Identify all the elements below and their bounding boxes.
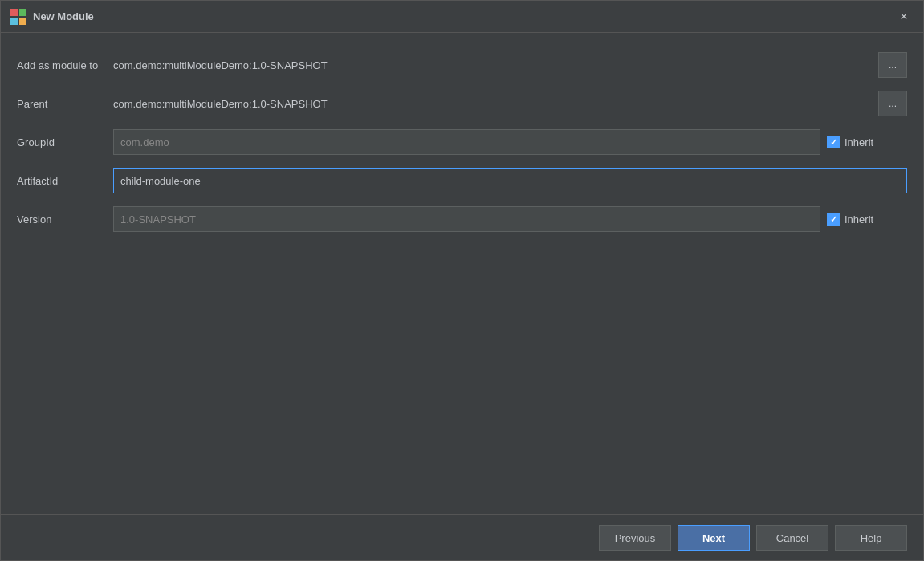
artifact-id-input-container bbox=[113, 168, 907, 193]
parent-label: Parent bbox=[17, 98, 113, 110]
module-icon bbox=[10, 9, 26, 25]
add-as-module-row: Add as module to com.demo:multiModuleDem… bbox=[17, 49, 907, 81]
add-as-module-label: Add as module to bbox=[17, 59, 113, 71]
version-input-container: Inherit bbox=[113, 206, 907, 232]
svg-rect-2 bbox=[10, 18, 18, 25]
version-inherit-label: Inherit bbox=[845, 213, 873, 226]
group-id-inherit-checkbox[interactable] bbox=[827, 136, 840, 148]
group-id-inherit-container: Inherit bbox=[827, 136, 907, 148]
artifact-id-row: ArtifactId bbox=[17, 165, 907, 197]
next-button[interactable]: Next bbox=[678, 525, 750, 551]
title-bar-left: New Module bbox=[10, 9, 94, 25]
version-inherit-checkbox[interactable] bbox=[827, 213, 840, 226]
artifact-id-input[interactable] bbox=[113, 168, 907, 193]
group-id-input[interactable] bbox=[113, 129, 820, 155]
svg-rect-3 bbox=[19, 18, 26, 25]
group-id-input-container: Inherit bbox=[113, 129, 907, 155]
add-as-module-value: com.demo:multiModuleDemo:1.0-SNAPSHOT bbox=[113, 59, 872, 71]
cancel-button[interactable]: Cancel bbox=[756, 525, 828, 551]
add-as-module-browse-button[interactable]: ... bbox=[878, 52, 907, 78]
group-id-inherit-label: Inherit bbox=[845, 136, 873, 148]
new-module-dialog: New Module × Add as module to com.demo:m… bbox=[0, 0, 924, 561]
svg-rect-0 bbox=[10, 9, 18, 16]
svg-rect-1 bbox=[19, 9, 26, 16]
dialog-title: New Module bbox=[33, 10, 94, 22]
form-section: Add as module to com.demo:multiModuleDem… bbox=[17, 49, 907, 242]
parent-browse-button[interactable]: ... bbox=[878, 91, 907, 116]
add-as-module-input-container: com.demo:multiModuleDemo:1.0-SNAPSHOT ..… bbox=[113, 52, 907, 78]
help-button[interactable]: Help bbox=[835, 525, 907, 551]
dialog-body: Add as module to com.demo:multiModuleDem… bbox=[1, 33, 923, 514]
body-spacer bbox=[17, 242, 907, 502]
version-inherit-container: Inherit bbox=[827, 213, 907, 226]
version-input[interactable] bbox=[113, 206, 820, 232]
artifact-id-label: ArtifactId bbox=[17, 175, 113, 187]
footer: Previous Next Cancel Help bbox=[1, 514, 923, 560]
version-label: Version bbox=[17, 213, 113, 226]
version-row: Version Inherit bbox=[17, 203, 907, 235]
parent-value: com.demo:multiModuleDemo:1.0-SNAPSHOT bbox=[113, 98, 872, 110]
title-bar: New Module × bbox=[1, 1, 923, 33]
parent-row: Parent com.demo:multiModuleDemo:1.0-SNAP… bbox=[17, 87, 907, 120]
previous-button[interactable]: Previous bbox=[599, 525, 671, 551]
group-id-row: GroupId Inherit bbox=[17, 126, 907, 158]
parent-input-container: com.demo:multiModuleDemo:1.0-SNAPSHOT ..… bbox=[113, 91, 907, 116]
close-button[interactable]: × bbox=[894, 7, 914, 26]
group-id-label: GroupId bbox=[17, 136, 113, 148]
